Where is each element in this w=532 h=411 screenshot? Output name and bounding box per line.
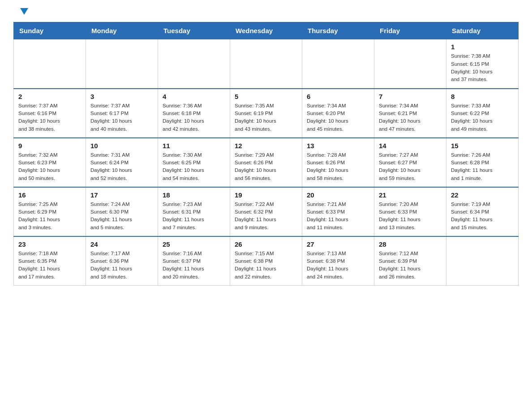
weekday-header-sunday: Sunday	[14, 22, 86, 39]
calendar-cell: 13Sunrise: 7:28 AM Sunset: 6:26 PM Dayli…	[302, 138, 374, 187]
day-info: Sunrise: 7:31 AM Sunset: 6:24 PM Dayligh…	[90, 151, 153, 182]
day-info: Sunrise: 7:26 AM Sunset: 6:28 PM Dayligh…	[451, 151, 514, 182]
day-number: 3	[90, 93, 153, 100]
calendar-cell	[14, 39, 86, 89]
calendar-cell: 2Sunrise: 7:37 AM Sunset: 6:16 PM Daylig…	[14, 89, 86, 138]
logo	[13, 9, 28, 17]
calendar-cell: 4Sunrise: 7:36 AM Sunset: 6:18 PM Daylig…	[158, 89, 230, 138]
calendar-cell: 1Sunrise: 7:38 AM Sunset: 6:15 PM Daylig…	[446, 39, 519, 89]
day-number: 22	[451, 191, 514, 199]
day-number: 16	[18, 191, 81, 199]
calendar-cell: 5Sunrise: 7:35 AM Sunset: 6:19 PM Daylig…	[230, 89, 302, 138]
day-info: Sunrise: 7:16 AM Sunset: 6:37 PM Dayligh…	[163, 250, 225, 281]
calendar-cell: 25Sunrise: 7:16 AM Sunset: 6:37 PM Dayli…	[158, 236, 230, 286]
day-info: Sunrise: 7:37 AM Sunset: 6:17 PM Dayligh…	[90, 102, 153, 133]
calendar-cell: 23Sunrise: 7:18 AM Sunset: 6:35 PM Dayli…	[14, 236, 86, 286]
day-info: Sunrise: 7:25 AM Sunset: 6:29 PM Dayligh…	[18, 201, 81, 231]
calendar-cell: 14Sunrise: 7:27 AM Sunset: 6:27 PM Dayli…	[374, 138, 446, 187]
weekday-header-monday: Monday	[86, 22, 158, 39]
day-number: 8	[451, 93, 514, 100]
calendar-cell: 8Sunrise: 7:33 AM Sunset: 6:22 PM Daylig…	[446, 89, 519, 138]
day-info: Sunrise: 7:34 AM Sunset: 6:20 PM Dayligh…	[307, 102, 369, 133]
calendar-cell	[230, 39, 302, 89]
day-number: 1	[451, 43, 514, 51]
day-number: 20	[307, 191, 369, 199]
day-info: Sunrise: 7:28 AM Sunset: 6:26 PM Dayligh…	[307, 151, 369, 182]
calendar-cell: 26Sunrise: 7:15 AM Sunset: 6:38 PM Dayli…	[230, 236, 302, 286]
calendar-cell: 16Sunrise: 7:25 AM Sunset: 6:29 PM Dayli…	[14, 187, 86, 236]
calendar-cell: 6Sunrise: 7:34 AM Sunset: 6:20 PM Daylig…	[302, 89, 374, 138]
calendar-week-row: 2Sunrise: 7:37 AM Sunset: 6:16 PM Daylig…	[14, 89, 519, 138]
day-info: Sunrise: 7:13 AM Sunset: 6:38 PM Dayligh…	[307, 250, 369, 281]
day-number: 14	[379, 142, 442, 150]
day-number: 17	[90, 191, 153, 199]
day-number: 9	[18, 142, 81, 150]
weekday-header-thursday: Thursday	[302, 22, 374, 39]
day-number: 18	[163, 191, 225, 199]
day-number: 12	[235, 142, 297, 150]
day-number: 7	[379, 93, 442, 100]
day-info: Sunrise: 7:29 AM Sunset: 6:26 PM Dayligh…	[235, 151, 297, 182]
day-number: 21	[379, 191, 442, 199]
day-info: Sunrise: 7:22 AM Sunset: 6:32 PM Dayligh…	[235, 201, 297, 231]
day-info: Sunrise: 7:27 AM Sunset: 6:27 PM Dayligh…	[379, 151, 442, 182]
day-number: 24	[90, 240, 153, 248]
day-info: Sunrise: 7:17 AM Sunset: 6:36 PM Dayligh…	[90, 250, 153, 281]
day-number: 4	[163, 93, 225, 100]
day-info: Sunrise: 7:19 AM Sunset: 6:34 PM Dayligh…	[451, 201, 514, 231]
weekday-header-friday: Friday	[374, 22, 446, 39]
calendar-cell: 10Sunrise: 7:31 AM Sunset: 6:24 PM Dayli…	[86, 138, 158, 187]
day-number: 23	[18, 240, 81, 248]
calendar-cell: 28Sunrise: 7:12 AM Sunset: 6:39 PM Dayli…	[374, 236, 446, 286]
page-header	[13, 9, 519, 17]
day-info: Sunrise: 7:30 AM Sunset: 6:25 PM Dayligh…	[163, 151, 225, 182]
weekday-header-tuesday: Tuesday	[158, 22, 230, 39]
weekday-header-saturday: Saturday	[446, 22, 519, 39]
day-info: Sunrise: 7:15 AM Sunset: 6:38 PM Dayligh…	[235, 250, 297, 281]
calendar-cell: 18Sunrise: 7:23 AM Sunset: 6:31 PM Dayli…	[158, 187, 230, 236]
day-number: 10	[90, 142, 153, 150]
calendar-cell: 12Sunrise: 7:29 AM Sunset: 6:26 PM Dayli…	[230, 138, 302, 187]
day-info: Sunrise: 7:24 AM Sunset: 6:30 PM Dayligh…	[90, 201, 153, 231]
day-number: 27	[307, 240, 369, 248]
calendar-week-row: 16Sunrise: 7:25 AM Sunset: 6:29 PM Dayli…	[14, 187, 519, 236]
day-number: 2	[18, 93, 81, 100]
day-info: Sunrise: 7:34 AM Sunset: 6:21 PM Dayligh…	[379, 102, 442, 133]
calendar-week-row: 1Sunrise: 7:38 AM Sunset: 6:15 PM Daylig…	[14, 39, 519, 89]
calendar-cell: 27Sunrise: 7:13 AM Sunset: 6:38 PM Dayli…	[302, 236, 374, 286]
day-info: Sunrise: 7:36 AM Sunset: 6:18 PM Dayligh…	[163, 102, 225, 133]
day-info: Sunrise: 7:38 AM Sunset: 6:15 PM Dayligh…	[451, 52, 514, 83]
day-info: Sunrise: 7:18 AM Sunset: 6:35 PM Dayligh…	[18, 250, 81, 281]
calendar-cell: 15Sunrise: 7:26 AM Sunset: 6:28 PM Dayli…	[446, 138, 519, 187]
day-number: 15	[451, 142, 514, 150]
day-info: Sunrise: 7:23 AM Sunset: 6:31 PM Dayligh…	[163, 201, 225, 231]
calendar-cell: 21Sunrise: 7:20 AM Sunset: 6:33 PM Dayli…	[374, 187, 446, 236]
day-info: Sunrise: 7:37 AM Sunset: 6:16 PM Dayligh…	[18, 102, 81, 133]
calendar-cell: 20Sunrise: 7:21 AM Sunset: 6:33 PM Dayli…	[302, 187, 374, 236]
day-number: 28	[379, 240, 442, 248]
calendar-cell: 24Sunrise: 7:17 AM Sunset: 6:36 PM Dayli…	[86, 236, 158, 286]
calendar-cell: 9Sunrise: 7:32 AM Sunset: 6:23 PM Daylig…	[14, 138, 86, 187]
day-info: Sunrise: 7:35 AM Sunset: 6:19 PM Dayligh…	[235, 102, 297, 133]
day-number: 6	[307, 93, 369, 100]
calendar-cell	[86, 39, 158, 89]
day-info: Sunrise: 7:32 AM Sunset: 6:23 PM Dayligh…	[18, 151, 81, 182]
calendar-cell: 22Sunrise: 7:19 AM Sunset: 6:34 PM Dayli…	[446, 187, 519, 236]
calendar-cell: 19Sunrise: 7:22 AM Sunset: 6:32 PM Dayli…	[230, 187, 302, 236]
calendar-cell: 11Sunrise: 7:30 AM Sunset: 6:25 PM Dayli…	[158, 138, 230, 187]
day-info: Sunrise: 7:33 AM Sunset: 6:22 PM Dayligh…	[451, 102, 514, 133]
calendar-cell	[374, 39, 446, 89]
calendar-table: SundayMondayTuesdayWednesdayThursdayFrid…	[13, 22, 519, 286]
day-number: 13	[307, 142, 369, 150]
calendar-week-row: 9Sunrise: 7:32 AM Sunset: 6:23 PM Daylig…	[14, 138, 519, 187]
svg-marker-0	[20, 8, 28, 15]
weekday-header-wednesday: Wednesday	[230, 22, 302, 39]
calendar-cell: 17Sunrise: 7:24 AM Sunset: 6:30 PM Dayli…	[86, 187, 158, 236]
day-info: Sunrise: 7:12 AM Sunset: 6:39 PM Dayligh…	[379, 250, 442, 281]
logo-triangle-icon	[20, 8, 28, 15]
day-number: 26	[235, 240, 297, 248]
day-info: Sunrise: 7:21 AM Sunset: 6:33 PM Dayligh…	[307, 201, 369, 231]
calendar-week-row: 23Sunrise: 7:18 AM Sunset: 6:35 PM Dayli…	[14, 236, 519, 286]
day-number: 11	[163, 142, 225, 150]
day-number: 19	[235, 191, 297, 199]
